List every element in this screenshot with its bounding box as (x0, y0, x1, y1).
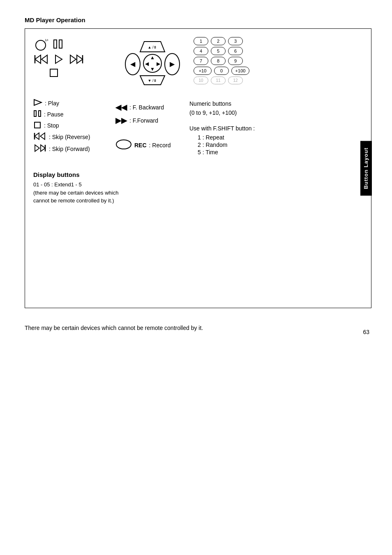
svg-marker-32 (35, 145, 39, 151)
num-row-2: 4 5 6 (194, 47, 243, 55)
btn-5[interactable]: 5 (211, 47, 226, 55)
numeric-buttons-title: Numeric buttons (189, 100, 263, 107)
svg-marker-7 (55, 55, 62, 63)
svg-marker-9 (77, 55, 83, 63)
power-icon: 1/ψ (33, 37, 48, 52)
skip-fwd-desc-text: : Skip (Forward) (49, 146, 90, 152)
skip-rev-desc-text: : Skip (Reverse) (49, 134, 90, 140)
rec-label: REC (134, 142, 147, 149)
btn-12[interactable]: 12 (228, 77, 243, 84)
num-row-3: 7 8 9 (194, 57, 243, 65)
svg-marker-25 (34, 100, 42, 105)
side-tab-button-layout: Button Layout (360, 141, 372, 195)
display-section: Display buttons 01 - 05 : Extend1 - 5 (t… (33, 168, 363, 205)
fshift-list: 1 : Repeat 2 : Random 5 : Time (189, 134, 263, 156)
f-backward-icon: ◀◀ (115, 103, 127, 112)
numeric-buttons-subtitle: (0 to 9, +10, +100) (189, 109, 263, 116)
svg-text:▶: ▶ (157, 61, 161, 67)
svg-text:◀: ◀ (145, 61, 149, 67)
btn-10[interactable]: 10 (194, 77, 208, 84)
svg-rect-2 (54, 40, 57, 48)
svg-rect-27 (39, 111, 41, 116)
svg-marker-5 (35, 55, 41, 63)
btn-1[interactable]: 1 (194, 37, 208, 45)
num-row-1: 1 2 3 (194, 37, 243, 45)
numeric-buttons-section: 1 2 3 4 5 6 7 8 9 +10 (194, 37, 267, 89)
icon-row-1: 1/ψ (33, 37, 64, 52)
skip-forward-icon (69, 53, 84, 66)
btn-plus100[interactable]: +100 (231, 67, 249, 75)
svg-marker-31 (40, 133, 45, 139)
pause-desc-text: : Pause (44, 111, 63, 118)
display-line1: 01 - 05 : Extend1 - 5 (33, 181, 124, 189)
svg-text:1/ψ: 1/ψ (45, 38, 48, 42)
desc-skip-fwd: : Skip (Forward) (33, 144, 107, 153)
btn-3[interactable]: 3 (228, 37, 243, 45)
page-title: MD Player Operation (25, 16, 371, 23)
play-desc-icon (33, 99, 42, 107)
desc-pause: : Pause (33, 110, 107, 118)
rec-oval-icon (115, 139, 132, 151)
desc-play: : Play (33, 99, 107, 107)
left-icons-cluster: 1/ψ (33, 37, 111, 89)
svg-marker-33 (41, 145, 45, 151)
btn-2[interactable]: 2 (211, 37, 226, 45)
svg-marker-8 (70, 55, 76, 63)
desc-skip-rev: : Skip (Reverse) (33, 132, 107, 142)
fshift-title: Use with F.SHIFT button : (189, 125, 263, 132)
descriptions-section: : Play : Pause (33, 99, 363, 156)
btn-plus10[interactable]: +10 (194, 67, 212, 75)
nav-cluster: ▲ /⏸ ◀ ▶ ▲ ◀ ▶ ▼ (124, 39, 181, 89)
svg-text:▼: ▼ (150, 66, 155, 72)
middle-icons-cluster: ▲ /⏸ ◀ ▶ ▲ ◀ ▶ ▼ (120, 37, 185, 89)
svg-point-0 (36, 40, 46, 50)
display-note: (there may be certain devices which cann… (33, 189, 124, 205)
stop-desc-text: : Stop (44, 122, 59, 129)
svg-text:◀: ◀ (130, 60, 136, 67)
svg-text:▼ /⏸: ▼ /⏸ (148, 79, 157, 83)
num-row-5: 10 11 12 (194, 77, 243, 84)
main-content-box: 1/ψ (25, 28, 371, 308)
page-number: 63 (363, 329, 369, 335)
stop-desc-icon (33, 121, 42, 130)
svg-text:▲: ▲ (150, 55, 155, 60)
f-backward-text: : F. Backward (129, 104, 164, 111)
svg-rect-11 (50, 69, 58, 77)
svg-text:▲ /⏸: ▲ /⏸ (148, 45, 157, 49)
skip-reverse-icon (33, 53, 49, 66)
svg-rect-28 (35, 122, 40, 128)
pause-icon (52, 38, 64, 51)
btn-0[interactable]: 0 (214, 67, 229, 75)
icon-row-3 (49, 68, 59, 79)
btn-8[interactable]: 8 (211, 57, 226, 65)
play-desc-text: : Play (45, 100, 59, 107)
svg-text:▶: ▶ (170, 60, 175, 67)
desc-col-middle: ◀◀ : F. Backward ▶▶ : F.Forward REC : Re… (115, 99, 181, 156)
desc-stop: : Stop (33, 121, 107, 130)
f-forward-icon: ▶▶ (115, 116, 127, 125)
btn-6[interactable]: 6 (228, 47, 243, 55)
desc-col-left: : Play : Pause (33, 99, 107, 156)
play-icon (53, 53, 65, 66)
num-row-4: +10 0 +100 (194, 67, 249, 75)
fshift-item-2: 2 : Random (198, 142, 263, 148)
svg-point-35 (116, 140, 131, 149)
svg-marker-30 (35, 133, 39, 139)
display-buttons-title: Display buttons (33, 171, 363, 178)
desc-f-backward: ◀◀ : F. Backward (115, 103, 181, 112)
icon-row-2 (33, 53, 84, 66)
btn-11[interactable]: 11 (211, 77, 226, 84)
btn-7[interactable]: 7 (194, 57, 208, 65)
btn-9[interactable]: 9 (228, 57, 243, 65)
f-forward-text: : F.Forward (129, 117, 158, 124)
btn-4[interactable]: 4 (194, 47, 208, 55)
skip-fwd-desc-icon (33, 144, 46, 153)
fshift-item-1: 1 : Repeat (198, 134, 263, 141)
pause-desc-icon (33, 110, 42, 118)
rec-button-desc: REC : Record (115, 139, 181, 151)
stop-icon (49, 68, 59, 79)
fshift-item-3: 5 : Time (198, 149, 263, 156)
svg-rect-3 (59, 40, 62, 48)
desc-col-right: Numeric buttons (0 to 9, +10, +100) Use … (189, 99, 263, 156)
bottom-note: There may be certain devices which canno… (25, 325, 371, 331)
